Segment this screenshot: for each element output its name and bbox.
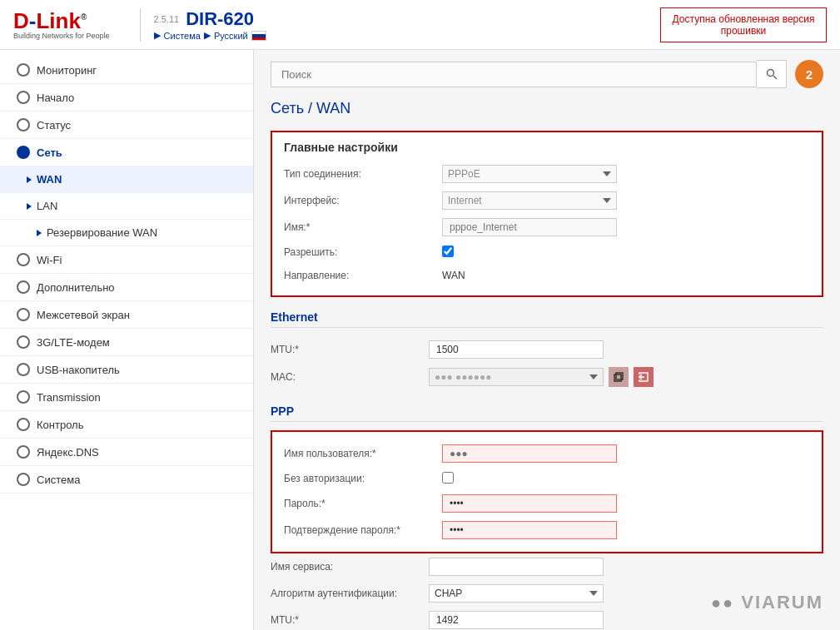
sidebar-item-start[interactable]: Начало — [0, 84, 253, 112]
ppp-username-value — [442, 444, 810, 463]
ppp-mtu-label: MTU:* — [271, 614, 429, 626]
transmission-icon — [17, 390, 30, 404]
eth-mtu-label: MTU:* — [271, 344, 429, 355]
interface-label: Интерфейс: — [284, 195, 442, 206]
name-row: Имя:* — [284, 214, 810, 241]
ppp-noauth-checkbox[interactable] — [442, 472, 454, 484]
wifi-icon — [17, 253, 30, 266]
sidebar-item-additional[interactable]: Дополнительно — [0, 274, 253, 301]
sidebar-item-system[interactable]: Система — [0, 466, 253, 494]
ppp-mtu-input[interactable] — [429, 611, 604, 629]
ppp-password-input[interactable] — [442, 494, 617, 513]
lan-arrow-icon — [27, 203, 32, 210]
conn-type-value: PPPoE — [442, 165, 810, 183]
sidebar-item-lan[interactable]: LAN — [0, 193, 253, 220]
firewall-icon — [17, 308, 30, 321]
sidebar-item-control[interactable]: Контроль — [0, 411, 253, 439]
ppp-confirm-row: Подтверждение пароля:* — [284, 517, 810, 543]
svg-rect-3 — [616, 373, 623, 379]
control-icon — [17, 418, 30, 431]
ppp-password-row: Пароль:* — [284, 490, 810, 517]
sidebar-item-usb[interactable]: USB-накопитель — [0, 356, 253, 384]
ethernet-section: Ethernet MTU:* document.currentScript.pr… — [271, 310, 823, 391]
interface-select[interactable]: Internet — [442, 191, 617, 210]
interface-value: Internet — [442, 191, 810, 210]
eth-mac-label: MAC: — [271, 371, 429, 383]
ppp-auth-select[interactable]: CHAP PAP AUTO — [429, 584, 604, 603]
search-input[interactable] — [271, 62, 757, 87]
sidebar-item-transmission[interactable]: Transmission — [0, 384, 253, 411]
sidebar-item-wifi[interactable]: Wi-Fi — [0, 246, 253, 274]
allow-checkbox[interactable] — [442, 246, 454, 257]
conn-type-row: Тип соединения: PPPoE — [284, 161, 810, 187]
mac-icon2[interactable] — [634, 367, 654, 387]
logo: D-Link® — [13, 10, 110, 32]
model-name: DIR-620 — [186, 8, 254, 30]
firmware-notice[interactable]: Доступна обновленная версия прошивки — [660, 7, 827, 42]
ppp-username-input[interactable] — [442, 444, 617, 463]
sidebar-item-yandex[interactable]: Яндекс.DNS — [0, 439, 253, 466]
sidebar-item-wan-reserve[interactable]: Резервирование WAN — [0, 220, 253, 246]
sidebar-item-firewall[interactable]: Межсетевой экран — [0, 301, 253, 329]
sidebar-label-additional: Дополнительно — [37, 281, 115, 294]
sidebar-item-network[interactable]: Сеть — [0, 139, 253, 166]
breadcrumb-sistema[interactable]: Система — [164, 31, 201, 41]
logo-tagline: Building Networks for People — [13, 32, 110, 40]
ppp-service-input[interactable] — [429, 558, 604, 576]
ethernet-title: Ethernet — [271, 310, 823, 328]
notification-badge[interactable]: 2 — [795, 60, 823, 88]
sidebar-label-monitoring: Мониторинг — [37, 64, 97, 77]
ppp-service-value — [429, 558, 823, 576]
svg-point-0 — [767, 70, 773, 77]
eth-mtu-value: document.currentScript.previousElementSi… — [429, 340, 823, 359]
wan-reserve-arrow-icon — [37, 230, 42, 236]
allow-value — [442, 246, 810, 260]
name-value — [442, 218, 810, 236]
eth-mtu-row: MTU:* document.currentScript.previousEle… — [271, 336, 823, 363]
mac-icon1[interactable] — [609, 367, 629, 387]
mac-row: ●●● ●●●●●● — [429, 367, 823, 387]
version-label: 2.5.11 — [154, 14, 180, 24]
sidebar-item-3glte[interactable]: 3G/LTE-модем — [0, 329, 253, 356]
sidebar-item-monitoring[interactable]: Мониторинг — [0, 57, 253, 84]
mac-select[interactable]: ●●● ●●●●●● — [429, 368, 604, 386]
sidebar: Мониторинг Начало Статус Сеть WAN LAN Ре… — [0, 50, 254, 630]
breadcrumb-arrow1: ▶ — [154, 30, 161, 41]
status-icon — [17, 118, 30, 131]
sidebar-label-wan: WAN — [37, 173, 62, 186]
system-icon — [17, 473, 30, 486]
sidebar-label-transmission: Transmission — [37, 391, 101, 404]
search-button[interactable] — [757, 60, 787, 88]
ppp-mtu-value: document.currentScript.previousElementSi… — [429, 611, 823, 629]
sidebar-label-start: Начало — [37, 92, 74, 104]
sidebar-label-network: Сеть — [37, 146, 62, 159]
ppp-mtu-row: MTU:* document.currentScript.previousEle… — [271, 607, 823, 630]
ppp-section: PPP Имя пользователя:* Без авторизации: … — [271, 404, 823, 630]
search-icon — [766, 68, 778, 80]
direction-value: WAN — [442, 270, 810, 281]
header-divider — [140, 8, 141, 42]
additional-icon — [17, 280, 30, 294]
name-label: Имя:* — [284, 221, 442, 233]
allow-row: Разрешить: — [284, 241, 810, 264]
sidebar-item-status[interactable]: Статус — [0, 112, 253, 139]
ppp-bordered: Имя пользователя:* Без авторизации: Паро… — [271, 430, 823, 553]
svg-line-1 — [773, 76, 777, 79]
breadcrumb-arrow2: ▶ — [204, 30, 211, 41]
eth-mtu-input[interactable] — [429, 340, 604, 359]
ppp-noauth-value — [442, 472, 810, 486]
russia-flag-icon — [251, 31, 266, 41]
name-input[interactable] — [442, 218, 617, 236]
breadcrumb-russian[interactable]: Русский — [214, 31, 248, 41]
page-title: Сеть / WAN — [271, 100, 823, 117]
sidebar-item-wan[interactable]: WAN — [0, 166, 253, 193]
start-icon — [17, 91, 30, 104]
direction-row: Направление: WAN — [284, 264, 810, 287]
breadcrumb: ▶ Система ▶ Русский — [154, 30, 266, 41]
header: D-Link® Building Networks for People 2.5… — [0, 0, 840, 50]
conn-type-select[interactable]: PPPoE — [442, 165, 617, 183]
3glte-icon — [17, 335, 30, 349]
ppp-confirm-input[interactable] — [442, 521, 617, 539]
ppp-noauth-label: Без авторизации: — [284, 473, 442, 484]
sidebar-label-yandex: Яндекс.DNS — [37, 446, 99, 459]
